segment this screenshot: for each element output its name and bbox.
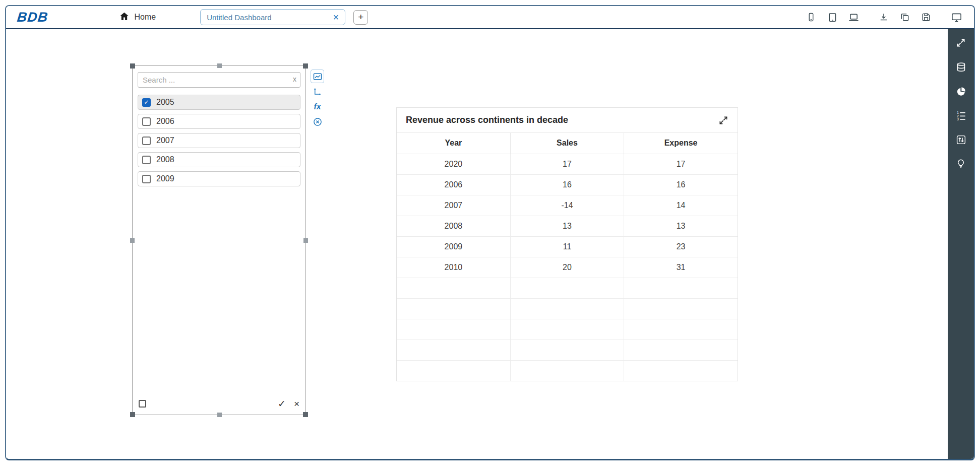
laptop-preview-icon[interactable] bbox=[847, 11, 860, 24]
filter-item[interactable]: 2008 bbox=[138, 152, 300, 167]
filter-item-label: 2006 bbox=[156, 117, 174, 126]
table-cell: 20 bbox=[510, 257, 624, 278]
filter-widget[interactable]: x ✓20052006200720082009 ✓ × bbox=[132, 65, 306, 415]
resize-handle-n[interactable] bbox=[217, 63, 222, 68]
table-cell: 16 bbox=[624, 174, 738, 195]
cancel-close-icon[interactable]: × bbox=[294, 399, 299, 409]
duplicate-icon[interactable] bbox=[898, 11, 911, 24]
right-sidebar: 123 bbox=[948, 29, 974, 459]
table-row: 2007-1414 bbox=[397, 195, 738, 216]
search-clear-icon[interactable]: x bbox=[293, 75, 296, 83]
home-button[interactable]: Home bbox=[119, 11, 156, 24]
table-cell bbox=[624, 360, 738, 381]
resize-handle-ne[interactable] bbox=[303, 63, 308, 69]
tab-close-icon[interactable]: × bbox=[333, 12, 339, 22]
table-cell bbox=[397, 340, 510, 360]
table-empty-row bbox=[397, 319, 738, 340]
filter-item-label: 2008 bbox=[156, 155, 174, 164]
table-cell bbox=[510, 360, 624, 381]
filter-item[interactable]: 2009 bbox=[138, 171, 300, 186]
table-column-header: Sales bbox=[510, 133, 624, 154]
ordered-list-icon[interactable]: 123 bbox=[954, 109, 967, 122]
resize-handle-sw[interactable] bbox=[130, 412, 135, 417]
charts-icon[interactable] bbox=[954, 85, 967, 98]
table-cell: 2006 bbox=[397, 174, 510, 195]
table-cell bbox=[397, 278, 510, 298]
resize-handle-s[interactable] bbox=[217, 413, 222, 417]
table-cell bbox=[510, 278, 624, 298]
svg-text:3: 3 bbox=[957, 117, 959, 121]
filter-item-label: 2005 bbox=[156, 98, 174, 107]
table-cell: 17 bbox=[510, 154, 624, 174]
table-cell: 31 bbox=[624, 257, 738, 278]
resize-handle-w[interactable] bbox=[130, 238, 135, 243]
maximize-icon[interactable] bbox=[954, 36, 967, 49]
download-icon[interactable] bbox=[877, 11, 890, 24]
table-cell: 16 bbox=[510, 174, 624, 195]
table-column-header: Year bbox=[397, 133, 510, 154]
filter-item[interactable]: ✓2005 bbox=[138, 95, 300, 110]
table-cell: 2010 bbox=[397, 257, 510, 278]
table-cell bbox=[624, 278, 738, 298]
add-tab-button[interactable]: + bbox=[353, 10, 368, 25]
dashboard-tab[interactable]: Untitled Dashboard × bbox=[200, 9, 345, 25]
smartphone-preview-icon[interactable] bbox=[805, 11, 818, 24]
filter-list: ✓20052006200720082009 bbox=[138, 95, 300, 190]
table-cell: 2009 bbox=[397, 236, 510, 257]
formula-fx-button[interactable]: fx bbox=[311, 100, 324, 113]
filter-search-input[interactable] bbox=[138, 72, 300, 88]
table-cell: 2020 bbox=[397, 154, 510, 174]
table-widget[interactable]: Revenue across continents in decade Year… bbox=[396, 107, 738, 381]
resize-handle-nw[interactable] bbox=[130, 63, 135, 69]
resize-handle-e[interactable] bbox=[303, 238, 308, 243]
remove-widget-icon[interactable] bbox=[311, 115, 324, 128]
tablet-preview-icon[interactable] bbox=[826, 11, 839, 24]
bdb-logo[interactable]: BDB bbox=[16, 10, 49, 25]
table-cell bbox=[510, 319, 624, 340]
table-row: 20081313 bbox=[397, 216, 738, 236]
table-cell bbox=[397, 360, 510, 381]
table-empty-row bbox=[397, 340, 738, 360]
table-cell: 14 bbox=[624, 195, 738, 216]
table-cell: 13 bbox=[624, 216, 738, 236]
checkbox-icon[interactable] bbox=[142, 117, 151, 126]
table-cell: 23 bbox=[624, 236, 738, 257]
apply-check-icon[interactable]: ✓ bbox=[278, 399, 286, 409]
table-cell: 13 bbox=[510, 216, 624, 236]
table-empty-row bbox=[397, 360, 738, 381]
dashboard-canvas[interactable]: x ✓20052006200720082009 ✓ × fx bbox=[6, 29, 948, 459]
table-widget-titlebar: Revenue across continents in decade bbox=[397, 108, 738, 133]
table-row: 20201717 bbox=[397, 154, 738, 174]
axes-icon[interactable] bbox=[311, 85, 324, 98]
table-empty-row bbox=[397, 278, 738, 298]
checkbox-icon[interactable] bbox=[142, 156, 151, 164]
save-icon[interactable] bbox=[920, 11, 933, 24]
checkbox-icon[interactable]: ✓ bbox=[142, 98, 151, 107]
change-chart-icon[interactable] bbox=[311, 70, 324, 83]
table-cell bbox=[624, 340, 738, 360]
table-widget-title: Revenue across continents in decade bbox=[406, 115, 568, 125]
app-window: BDB Home Untitled Dashboard × + bbox=[5, 5, 975, 460]
dashboard-tab-title[interactable]: Untitled Dashboard bbox=[207, 13, 271, 22]
insights-bulb-icon[interactable] bbox=[954, 157, 967, 170]
table-cell: 17 bbox=[624, 154, 738, 174]
datasource-icon[interactable] bbox=[954, 60, 967, 74]
select-all-checkbox-icon[interactable] bbox=[139, 400, 146, 408]
checkbox-icon[interactable] bbox=[142, 137, 151, 145]
table-row: 20102031 bbox=[397, 257, 738, 278]
fx-label: fx bbox=[314, 102, 321, 111]
resize-handle-se[interactable] bbox=[303, 412, 308, 417]
filter-item-label: 2009 bbox=[156, 174, 174, 183]
table-cell bbox=[624, 298, 738, 319]
preview-device-group bbox=[805, 11, 860, 24]
filter-item[interactable]: 2007 bbox=[138, 133, 300, 148]
expand-widget-icon[interactable] bbox=[718, 115, 728, 125]
desktop-preview-icon[interactable] bbox=[950, 11, 963, 24]
filter-search: x bbox=[138, 72, 300, 88]
topbar-actions bbox=[805, 11, 963, 24]
table-cell: 2007 bbox=[397, 195, 510, 216]
widget-toolbar: fx bbox=[311, 70, 324, 128]
filter-item[interactable]: 2006 bbox=[138, 114, 300, 129]
swap-values-icon[interactable] bbox=[954, 133, 967, 146]
checkbox-icon[interactable] bbox=[142, 175, 151, 183]
